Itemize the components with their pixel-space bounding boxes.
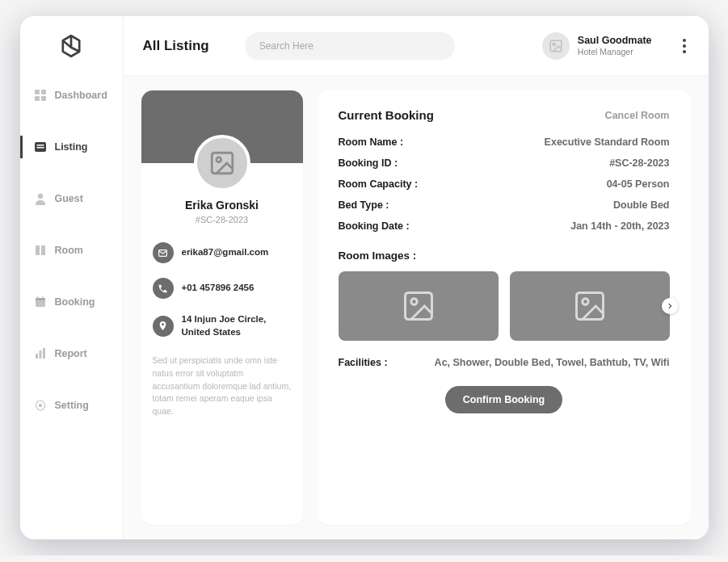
svg-rect-1 (41, 90, 46, 94)
guest-icon (34, 192, 47, 205)
facilities-row: Facilities : Ac, Shower, Double Bed, Tow… (339, 357, 670, 368)
contact-address: 14 Injun Joe Circle, United States (153, 313, 292, 338)
booking-icon (34, 296, 47, 308)
svg-rect-16 (43, 348, 45, 359)
facilities-label: Facilities : (339, 357, 388, 368)
profile-id: #SC-28-2023 (153, 215, 292, 224)
value: Double Bed (613, 199, 669, 211)
room-image-placeholder[interactable] (510, 271, 670, 341)
menu-kebab-icon[interactable] (680, 36, 689, 57)
value: Jan 14th - 20th, 2023 (570, 220, 669, 232)
nav-setting[interactable]: Setting (20, 394, 123, 417)
carousel-next-button[interactable] (662, 298, 678, 314)
svg-rect-13 (42, 296, 44, 299)
svg-rect-25 (576, 293, 603, 320)
search-input[interactable] (245, 32, 455, 60)
setting-icon (34, 399, 47, 412)
booking-card: Current Booking Cancel Room Room Name : … (318, 90, 691, 525)
svg-rect-6 (36, 147, 44, 149)
nav-label: Report (55, 348, 87, 359)
label: Room Capacity : (339, 178, 419, 190)
svg-rect-11 (36, 298, 45, 300)
nav-label: Setting (55, 400, 89, 411)
nav-label: Room (55, 245, 83, 256)
profile-banner (141, 90, 303, 163)
email-icon (153, 242, 174, 263)
svg-rect-5 (36, 145, 44, 146)
contact-email: erika87@gmail.com (153, 242, 292, 263)
svg-point-26 (582, 299, 587, 304)
booking-header: Current Booking Cancel Room (339, 108, 670, 122)
svg-rect-23 (405, 293, 431, 320)
svg-point-19 (553, 43, 555, 45)
svg-rect-2 (35, 96, 40, 101)
content: Erika Gronski #SC-28-2023 erika87@gmail.… (124, 76, 709, 539)
svg-point-24 (410, 299, 416, 304)
contact-list: erika87@gmail.com +01 457896 2456 (153, 242, 292, 338)
app-window: Dashboard Listing Guest Room (20, 16, 709, 539)
dashboard-icon (34, 89, 47, 102)
nav-booking[interactable]: Booking (20, 291, 123, 313)
listing-icon (34, 140, 47, 153)
profile-card: Erika Gronski #SC-28-2023 erika87@gmail.… (141, 90, 303, 525)
main: All Listing Saul Goodmate Hotel Manager (124, 16, 709, 539)
nav-dashboard[interactable]: Dashboard (20, 84, 123, 107)
svg-rect-0 (35, 90, 40, 94)
svg-rect-12 (37, 296, 39, 299)
location-icon (153, 316, 174, 337)
svg-rect-8 (36, 245, 40, 255)
nav-label: Listing (55, 141, 88, 153)
nav-report[interactable]: Report (20, 342, 123, 365)
room-images (339, 271, 670, 341)
room-image-placeholder[interactable] (339, 271, 499, 341)
confirm-booking-button[interactable]: Confirm Booking (445, 386, 562, 413)
phone-icon (153, 278, 174, 299)
profile-picture (194, 135, 250, 191)
nav-label: Guest (55, 193, 83, 204)
profile-notes: Sed ut perspiciatis unde omn iste natus … (153, 354, 292, 418)
booking-details: Room Name : Executive Standard Room Book… (339, 136, 670, 232)
svg-point-7 (37, 194, 42, 199)
label: Bed Type : (339, 199, 389, 211)
kv-booking-date: Booking Date : Jan 14th - 20th, 2023 (339, 220, 670, 232)
svg-rect-15 (39, 350, 41, 359)
label: Room Name : (339, 136, 404, 148)
sidebar: Dashboard Listing Guest Room (20, 16, 124, 539)
svg-point-21 (216, 157, 221, 162)
svg-rect-18 (550, 40, 562, 52)
nav-room[interactable]: Room (20, 239, 123, 262)
user-text: Saul Goodmate Hotel Manager (578, 35, 652, 56)
contact-phone: +01 457896 2456 (153, 278, 292, 299)
contact-text: erika87@gmail.com (182, 246, 269, 259)
topbar: All Listing Saul Goodmate Hotel Manager (124, 16, 709, 76)
app-logo (20, 32, 123, 60)
cancel-room-link[interactable]: Cancel Room (605, 110, 670, 121)
svg-rect-20 (212, 153, 233, 174)
label: Booking Date : (339, 220, 410, 232)
room-icon (34, 244, 47, 257)
user-block[interactable]: Saul Goodmate Hotel Manager (542, 32, 652, 60)
profile-name: Erika Gronski (153, 199, 292, 212)
nav-guest[interactable]: Guest (20, 187, 123, 210)
nav-label: Dashboard (55, 90, 107, 101)
booking-title: Current Booking (339, 108, 434, 122)
page-title: All Listing (143, 38, 209, 54)
svg-point-17 (38, 404, 41, 407)
room-images-label: Room Images : (339, 250, 670, 262)
nav-listing[interactable]: Listing (20, 136, 123, 158)
nav: Dashboard Listing Guest Room (20, 84, 123, 417)
user-name: Saul Goodmate (578, 35, 652, 46)
user-role: Hotel Manager (578, 47, 652, 57)
avatar (542, 32, 570, 60)
kv-booking-id: Booking ID : #SC-28-2023 (339, 157, 670, 169)
report-icon (34, 347, 47, 360)
nav-label: Booking (55, 296, 95, 308)
contact-text: 14 Injun Joe Circle, United States (182, 313, 292, 338)
value: Executive Standard Room (545, 136, 670, 148)
kv-room-name: Room Name : Executive Standard Room (339, 136, 670, 148)
facilities-value: Ac, Shower, Double Bed, Towel, Bathtub, … (435, 357, 670, 368)
svg-rect-9 (41, 245, 45, 255)
profile-body: Erika Gronski #SC-28-2023 erika87@gmail.… (141, 163, 303, 430)
contact-text: +01 457896 2456 (182, 282, 255, 295)
kv-capacity: Room Capacity : 04-05 Person (339, 178, 670, 190)
